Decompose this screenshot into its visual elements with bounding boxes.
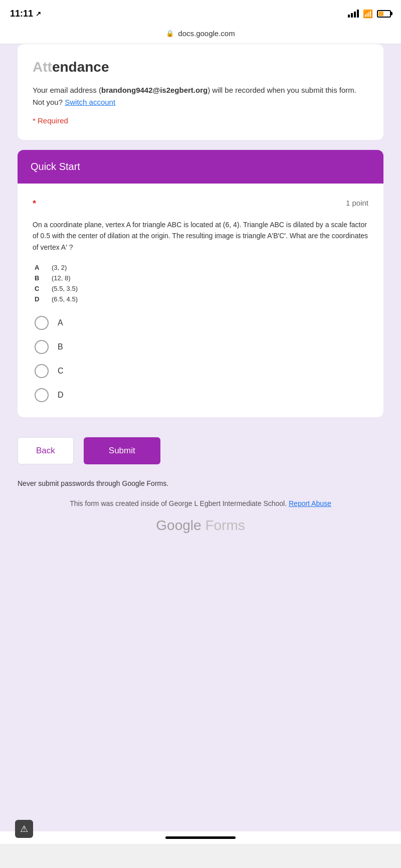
status-time: 11:11 ↗ <box>10 9 41 19</box>
url-display: docs.google.com <box>178 29 235 38</box>
email-address: brandong9442@is2egbert.org <box>101 86 208 94</box>
home-bar <box>165 836 236 839</box>
radio-label-b: B <box>58 342 63 352</box>
signal-icon <box>348 10 359 18</box>
lock-icon: 🔒 <box>166 30 174 37</box>
footer: Never submit passwords through Google Fo… <box>18 474 383 539</box>
question-header: * 1 point <box>33 199 368 209</box>
required-label: * Required <box>33 116 368 125</box>
battery-icon <box>377 10 391 18</box>
bug-icon: ⚠ <box>20 823 28 834</box>
location-arrow-icon: ↗ <box>36 10 41 18</box>
google-forms-brand: Google Forms <box>18 517 383 534</box>
radio-option-d[interactable]: D <box>35 388 368 402</box>
radio-option-b[interactable]: B <box>35 340 368 354</box>
email-info-text: Your email address (brandong9442@is2egbe… <box>33 84 368 108</box>
radio-d[interactable] <box>35 388 49 402</box>
form-title: Attendance <box>33 59 368 75</box>
section-header: Quick Start <box>18 150 383 184</box>
radio-label-d: D <box>58 391 64 400</box>
radio-label-a: A <box>58 318 63 327</box>
home-indicator <box>0 831 401 844</box>
bottom-buttons: Back Submit <box>18 427 383 474</box>
question-text: On a coordinate plane, vertex A for tria… <box>33 219 368 253</box>
radio-options: A B C D <box>33 316 368 402</box>
points-label: 1 point <box>346 199 368 207</box>
google-wordmark: Google <box>156 517 205 533</box>
required-star: * <box>33 199 36 209</box>
footer-warning: Never submit passwords through Google Fo… <box>18 479 383 487</box>
answer-row-c: C (5.5, 3.5) <box>35 285 368 292</box>
status-icons: 📶 <box>348 9 391 19</box>
status-bar: 11:11 ↗ 📶 <box>0 0 401 25</box>
bug-report-button[interactable]: ⚠ <box>15 820 33 838</box>
section-title: Quick Start <box>31 161 80 172</box>
footer-created: This form was created inside of George L… <box>18 499 383 507</box>
forms-wordmark: Forms <box>205 517 245 533</box>
radio-c[interactable] <box>35 364 49 378</box>
answer-row-a: A (3, 2) <box>35 264 368 271</box>
switch-account-link[interactable]: Switch account <box>65 98 115 106</box>
question-card: * 1 point On a coordinate plane, vertex … <box>18 184 383 417</box>
quick-start-section: Quick Start * 1 point On a coordinate pl… <box>18 150 383 417</box>
back-button[interactable]: Back <box>18 437 74 464</box>
report-abuse-link[interactable]: Report Abuse <box>289 499 331 507</box>
content-area: Attendance Your email address (brandong9… <box>0 44 401 831</box>
submit-button[interactable]: Submit <box>84 437 160 464</box>
answer-row-b: B (12, 8) <box>35 274 368 282</box>
browser-bar[interactable]: 🔒 docs.google.com <box>0 25 401 44</box>
radio-label-c: C <box>58 367 64 376</box>
radio-option-c[interactable]: C <box>35 364 368 378</box>
answer-row-d: D (6.5, 4.5) <box>35 295 368 303</box>
top-info-card: Attendance Your email address (brandong9… <box>18 44 383 140</box>
time-display: 11:11 <box>10 9 33 19</box>
radio-option-a[interactable]: A <box>35 316 368 330</box>
radio-b[interactable] <box>35 340 49 354</box>
radio-a[interactable] <box>35 316 49 330</box>
wifi-icon: 📶 <box>363 9 373 19</box>
answer-table: A (3, 2) B (12, 8) C (5.5, 3.5) D (6.5, … <box>33 264 368 303</box>
